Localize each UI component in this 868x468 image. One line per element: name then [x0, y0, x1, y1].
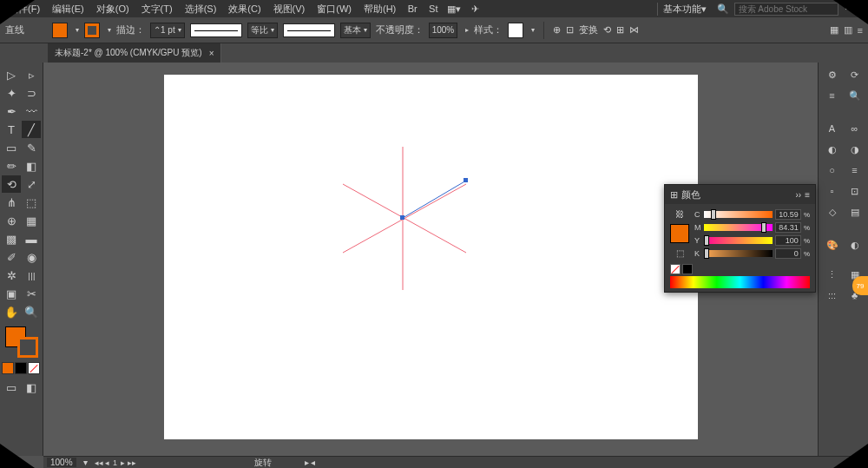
width-tool[interactable]: ⋔ — [2, 194, 21, 211]
zoom-level[interactable]: 100% — [47, 458, 76, 467]
blend-tool[interactable]: ◉ — [22, 248, 41, 266]
paintbrush-tool[interactable]: ✎ — [22, 139, 41, 156]
transform-panel-icon[interactable]: ≡ — [845, 161, 865, 179]
char-panel-icon[interactable]: A — [823, 120, 842, 137]
scale-tool[interactable]: ⤢ — [22, 175, 41, 193]
stroke-weight-input[interactable]: ⌃1 pt▾ — [150, 23, 185, 38]
artboard-nav[interactable]: ◂◂ ◂ 1 ▸ ▸▸ — [95, 458, 136, 467]
cube-icon[interactable]: ⬚ — [676, 248, 684, 258]
document-tab[interactable]: 未标题-2* @ 100% (CMYK/GPU 预览) × — [48, 43, 221, 63]
panel-menu-icon[interactable]: ≡ — [858, 25, 863, 36]
panel-fill-swatch[interactable] — [670, 224, 689, 243]
gpu-icon[interactable]: ✈ — [467, 1, 483, 16]
brush-dd[interactable]: 基本▾ — [340, 23, 371, 38]
link-icon[interactable]: ⛓ — [675, 209, 684, 219]
menu-window[interactable]: 窗口(W) — [312, 1, 357, 17]
libraries-icon[interactable]: ⟳ — [845, 66, 865, 83]
c-value[interactable]: 10.59 — [775, 209, 801, 220]
c-slider[interactable] — [704, 211, 773, 218]
bridge-icon[interactable]: Br — [404, 1, 420, 16]
transform-label[interactable]: 变换 — [579, 23, 598, 36]
symbol-sprayer-tool[interactable]: ✲ — [2, 267, 21, 284]
doc-setup-icon[interactable]: ⊕ — [553, 24, 561, 36]
stroke-profile[interactable] — [190, 23, 242, 37]
m-value[interactable]: 84.31 — [775, 222, 801, 233]
y-value[interactable]: 100 — [775, 235, 801, 246]
properties-panel-icon[interactable]: ⚙ — [823, 66, 842, 83]
artboards-panel-icon[interactable]: 🔍 — [845, 87, 865, 104]
transform-icon2[interactable]: ⊞ — [616, 24, 624, 36]
layers-panel-icon[interactable]: ≡ — [823, 87, 842, 104]
gradient-mode[interactable] — [15, 362, 27, 374]
panel-icon2[interactable]: ▥ — [844, 24, 852, 36]
menu-view[interactable]: 视图(V) — [268, 1, 311, 17]
k-slider[interactable] — [704, 250, 773, 257]
spectrum-picker[interactable] — [670, 276, 810, 288]
menu-select[interactable]: 选择(S) — [180, 1, 222, 17]
eyedropper-tool[interactable]: ✐ — [2, 248, 21, 266]
menu-effect[interactable]: 效果(C) — [223, 1, 266, 17]
actions-panel-icon[interactable]: ::: — [823, 287, 842, 304]
k-value[interactable]: 0 — [775, 248, 801, 259]
appearance-icon[interactable]: ◐ — [845, 236, 865, 254]
align-icon[interactable]: ⊡ — [566, 24, 574, 36]
black-swatch[interactable] — [682, 264, 693, 274]
brush-def[interactable] — [283, 23, 335, 37]
symbols-panel-icon[interactable]: ○ — [823, 161, 842, 179]
collapse-icon[interactable]: ›› — [795, 190, 801, 200]
lasso-tool[interactable]: ⊃ — [22, 84, 41, 102]
pathfinder-icon[interactable]: ⊡ — [845, 182, 865, 200]
mesh-tool[interactable]: ▩ — [2, 230, 21, 247]
stock-search-input[interactable] — [734, 3, 838, 16]
stock-icon[interactable]: St — [425, 1, 441, 16]
none-swatch[interactable] — [670, 264, 681, 274]
artboard-tool[interactable]: ▣ — [2, 285, 21, 302]
stroke-color[interactable] — [17, 337, 38, 358]
transform-icon1[interactable]: ⟲ — [603, 24, 611, 36]
workspace-switcher[interactable]: 基本功能▾ — [657, 3, 712, 16]
menu-object[interactable]: 对象(O) — [91, 1, 135, 17]
gradient-panel-icon[interactable]: ▤ — [845, 203, 865, 221]
align-panel-icon[interactable]: ▫ — [823, 182, 842, 200]
perspective-tool[interactable]: ▦ — [22, 212, 41, 229]
magic-wand-tool[interactable]: ✦ — [2, 84, 21, 102]
hand-tool[interactable]: ✋ — [2, 303, 21, 320]
notification-badge[interactable]: 79 — [852, 276, 868, 295]
stroke-swatch[interactable] — [84, 23, 100, 38]
y-slider[interactable] — [704, 237, 773, 244]
shaper-tool[interactable]: ✏ — [2, 157, 21, 175]
free-transform-tool[interactable]: ⬚ — [22, 194, 41, 211]
type-tool[interactable]: T — [2, 121, 21, 138]
eraser-tool[interactable]: ◧ — [22, 157, 41, 175]
m-slider[interactable] — [704, 224, 773, 231]
zoom-tool[interactable]: 🔍 — [22, 303, 41, 320]
menu-help[interactable]: 帮助(H) — [358, 1, 401, 17]
swatches-panel-icon[interactable]: ◐ — [823, 141, 842, 158]
fill-swatch[interactable] — [52, 23, 68, 38]
color-panel-icon[interactable]: 🎨 — [823, 236, 842, 254]
brushes-panel-icon[interactable]: ◑ — [845, 141, 865, 158]
color-mode[interactable] — [2, 362, 14, 374]
direct-selection-tool[interactable]: ▹ — [22, 66, 41, 83]
style-swatch[interactable] — [508, 23, 523, 38]
shape-builder-tool[interactable]: ⊕ — [2, 212, 21, 229]
slice-tool[interactable]: ✂ — [22, 285, 41, 302]
panel-icon1[interactable]: ▦ — [830, 24, 838, 36]
arrange-icon[interactable]: ▦▾ — [446, 1, 462, 16]
artboard[interactable] — [164, 75, 698, 439]
transform-icon3[interactable]: ⋈ — [629, 24, 639, 36]
line-tool[interactable]: ╱ — [22, 121, 41, 138]
cc-panel-icon[interactable]: ∞ — [845, 120, 865, 137]
column-graph-tool[interactable]: ⫼ — [22, 267, 41, 284]
gradient-tool[interactable]: ▬ — [22, 230, 41, 247]
selection-tool[interactable]: ▷ — [2, 66, 21, 83]
panel-menu-icon[interactable]: ≡ — [805, 190, 810, 200]
rectangle-tool[interactable]: ▭ — [2, 139, 21, 156]
rotate-tool[interactable]: ⟲ — [2, 175, 21, 193]
more-panel-icon[interactable]: ⋮ — [823, 266, 842, 283]
pen-tool[interactable]: ✒ — [2, 102, 21, 120]
close-tab-icon[interactable]: × — [209, 49, 214, 58]
menu-text[interactable]: 文字(T) — [136, 1, 178, 17]
opacity-input[interactable]: 100% — [429, 23, 458, 38]
draw-mode[interactable]: ◧ — [22, 379, 41, 396]
